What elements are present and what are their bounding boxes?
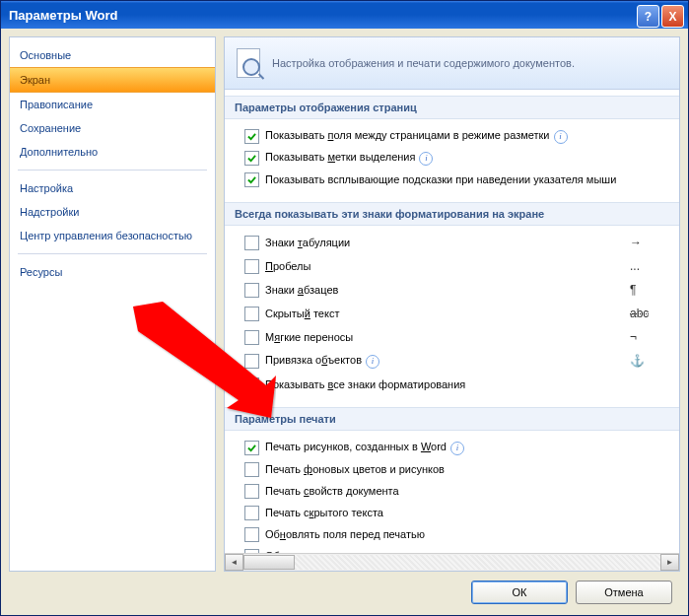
sidebar-item-2[interactable]: Правописание (10, 93, 215, 116)
option-label: Печать рисунков, созданных в Wordi (265, 441, 464, 455)
cancel-button[interactable]: Отмена (576, 581, 672, 604)
page-magnifier-icon (235, 46, 262, 80)
option-row: Показывать все знаки форматирования (244, 374, 630, 395)
format-symbol: ¬ (630, 330, 669, 344)
checkbox[interactable] (244, 283, 259, 298)
info-icon[interactable]: i (366, 355, 379, 369)
format-symbol: ... (630, 259, 669, 273)
format-symbol: ¶ (630, 283, 669, 297)
sidebar-item-7[interactable]: Центр управления безопасностью (10, 224, 215, 247)
option-row: Привязка объектовi (244, 350, 630, 372)
option-label: Скрытый текст (265, 308, 339, 319)
scroll-left-button[interactable]: ◄ (225, 554, 243, 571)
sidebar-item-5[interactable]: Настройка (10, 176, 215, 200)
checkbox[interactable] (244, 330, 259, 345)
option-label: Показывать метки выделенияi (265, 151, 433, 166)
checkbox[interactable] (244, 484, 259, 499)
checkbox[interactable] (244, 259, 259, 274)
scroll-track[interactable] (295, 555, 660, 570)
section-formatting: Знаки табуляции→Пробелы...Знаки абзацев¶… (225, 226, 679, 401)
option-label: Печать скрытого текста (265, 507, 383, 518)
checkbox[interactable] (244, 307, 259, 321)
dialog-window: Параметры Word ? X ОсновныеЭкранПравопис… (0, 0, 689, 616)
checkbox[interactable] (244, 236, 259, 250)
option-label: Показывать всплывающие подсказки при нав… (265, 173, 616, 185)
section-page-display: Показывать поля между страницами в режим… (225, 119, 679, 196)
format-symbol: ⚓ (630, 354, 669, 368)
scroll-right-button[interactable]: ► (660, 554, 679, 571)
dialog-footer: ОК Отмена (9, 578, 680, 607)
option-label: Печать свойств документа (265, 485, 399, 497)
info-icon[interactable]: i (450, 442, 464, 455)
checkbox[interactable] (244, 441, 259, 455)
option-label: Показывать все знаки форматирования (265, 378, 465, 390)
option-label: Привязка объектовi (265, 354, 379, 369)
checkbox[interactable] (244, 377, 259, 392)
option-row: Обновлять связанные данные перед печатью (244, 545, 669, 553)
sidebar-item-0[interactable]: Основные (10, 43, 215, 67)
checkbox[interactable] (244, 506, 259, 520)
sidebar-item-8[interactable]: Ресурсы (10, 260, 215, 284)
format-symbol: → (630, 236, 669, 249)
checkbox[interactable] (244, 129, 259, 144)
option-label: Печать фоновых цветов и рисунков (265, 463, 445, 475)
option-row: Печать скрытого текста (244, 502, 669, 523)
scroll-thumb[interactable] (243, 555, 295, 570)
ok-button[interactable]: ОК (471, 581, 568, 604)
option-label: Знаки абзацев (265, 284, 338, 296)
horizontal-scrollbar[interactable]: ◄ ► (225, 553, 679, 571)
titlebar: Параметры Word ? X (1, 1, 688, 29)
checkbox[interactable] (244, 354, 259, 369)
section-printing-title: Параметры печати (225, 407, 679, 431)
help-button[interactable]: ? (637, 5, 659, 28)
info-icon[interactable]: i (419, 152, 433, 166)
option-row: Мягкие переносы (244, 326, 630, 348)
option-row: Скрытый текст (244, 303, 630, 324)
option-row: Пробелы (244, 255, 630, 277)
option-row: Показывать всплывающие подсказки при нав… (244, 169, 669, 190)
option-row: Обновлять поля перед печатью (244, 523, 669, 545)
window-title: Параметры Word (9, 8, 117, 23)
option-label: Мягкие переносы (265, 331, 353, 343)
option-row: Печать свойств документа (244, 480, 669, 502)
option-row: Знаки абзацев (244, 279, 630, 301)
section-printing: Печать рисунков, созданных в WordiПечать… (225, 431, 679, 553)
sidebar-item-1[interactable]: Экран (10, 67, 215, 93)
option-label: Обновлять поля перед печатью (265, 528, 425, 540)
option-row: Печать фоновых цветов и рисунков (244, 458, 669, 480)
sidebar: ОсновныеЭкранПравописаниеСохранениеДопол… (9, 36, 216, 572)
checkbox[interactable] (244, 527, 259, 542)
checkbox[interactable] (244, 151, 259, 166)
option-row: Показывать метки выделенияi (244, 147, 669, 169)
content-header: Настройка отображения и печати содержимо… (225, 37, 679, 90)
option-row: Печать рисунков, созданных в Wordi (244, 437, 669, 458)
format-symbol: abc (630, 307, 669, 320)
option-label: Знаки табуляции (265, 237, 350, 248)
sidebar-item-4[interactable]: Дополнительно (10, 140, 215, 164)
option-row: Знаки табуляции (244, 232, 630, 253)
checkbox[interactable] (244, 462, 259, 477)
section-formatting-title: Всегда показывать эти знаки форматирован… (225, 202, 679, 226)
option-label: Пробелы (265, 260, 310, 272)
sidebar-item-3[interactable]: Сохранение (10, 116, 215, 140)
option-label: Показывать поля между страницами в режим… (265, 129, 568, 144)
info-icon[interactable]: i (554, 130, 568, 144)
section-page-display-title: Параметры отображения страниц (225, 96, 679, 119)
checkbox[interactable] (244, 172, 259, 187)
close-button[interactable]: X (661, 5, 684, 28)
option-row: Показывать поля между страницами в режим… (244, 125, 669, 147)
content-panel: Настройка отображения и печати содержимо… (224, 36, 680, 572)
header-text: Настройка отображения и печати содержимо… (272, 57, 575, 69)
sidebar-item-6[interactable]: Надстройки (10, 200, 215, 224)
